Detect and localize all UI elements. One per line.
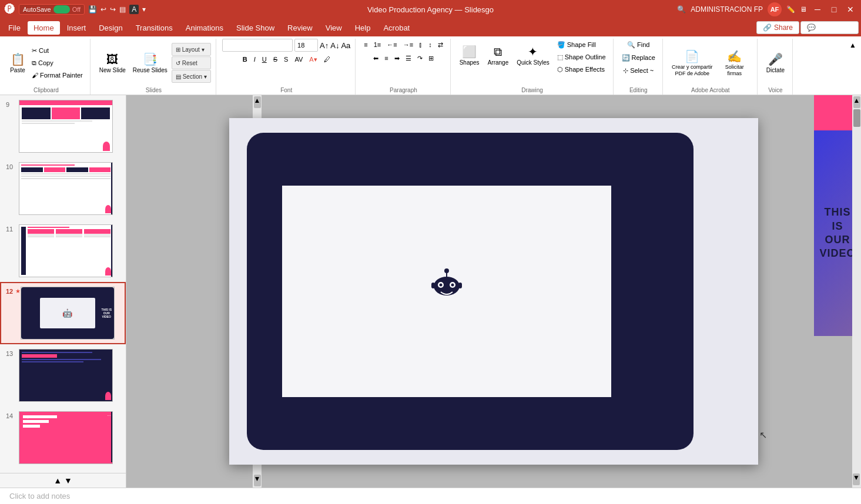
- slide-thumb-12[interactable]: 12 ★ 🤖 THIS ISOURVIDEO: [0, 282, 126, 344]
- font-color-button[interactable]: A▾: [307, 53, 319, 65]
- reset-button[interactable]: ↺ Reset: [172, 56, 211, 69]
- autosave-badge[interactable]: AutoSave Off: [19, 4, 85, 15]
- format-painter-button[interactable]: 🖌 Format Painter: [29, 69, 85, 81]
- menu-slideshow[interactable]: Slide Show: [230, 21, 280, 35]
- save-icon[interactable]: 💾: [88, 5, 97, 14]
- menu-file[interactable]: File: [2, 21, 26, 35]
- align-right-button[interactable]: ➡: [392, 52, 402, 64]
- menu-acrobat[interactable]: Acrobat: [377, 21, 416, 35]
- right-scroll-thumb[interactable]: [853, 109, 860, 127]
- scroll-down-button[interactable]: ▼: [254, 475, 261, 486]
- select-button[interactable]: ⊹ Select ~: [621, 65, 656, 76]
- menu-animations[interactable]: Animations: [180, 21, 229, 35]
- shadow-button[interactable]: S: [282, 53, 290, 65]
- text-direction-button[interactable]: ↷: [415, 52, 425, 64]
- font-size-input[interactable]: [294, 39, 318, 52]
- increase-font-icon[interactable]: A↑: [320, 41, 329, 50]
- undo-icon[interactable]: ↩: [100, 5, 106, 14]
- menu-design[interactable]: Design: [93, 21, 128, 35]
- menu-view[interactable]: View: [320, 21, 348, 35]
- ribbon-content: 📋 Paste ✂ Cut ⧉ Copy 🖌 Format Painter: [0, 36, 861, 95]
- align-center-button[interactable]: ≡: [382, 52, 390, 64]
- cut-button[interactable]: ✂ Cut: [29, 45, 85, 56]
- highlighter-icon[interactable]: ✏️: [786, 5, 795, 14]
- slide-img-9: [19, 100, 113, 153]
- clipboard-label: Clipboard: [33, 87, 59, 95]
- redo-icon[interactable]: ↪: [110, 5, 116, 14]
- scroll-down-thumb-button[interactable]: ▼: [64, 476, 72, 485]
- decrease-font-icon[interactable]: A↓: [330, 41, 339, 50]
- menu-help[interactable]: Help: [349, 21, 377, 35]
- scroll-up-thumb-button[interactable]: ▲: [53, 476, 62, 485]
- right-scroll-down[interactable]: ▼: [853, 473, 860, 485]
- slide-thumb-13[interactable]: 13: [0, 344, 126, 406]
- layout-button[interactable]: ⊞ Layout ▾: [172, 43, 211, 56]
- decrease-indent-button[interactable]: ←≡: [384, 39, 399, 51]
- present-icon[interactable]: ▤: [119, 5, 126, 14]
- comments-button[interactable]: 💬 Comments: [800, 21, 859, 34]
- minimize-btn[interactable]: ─: [812, 4, 823, 15]
- copy-button[interactable]: ⧉ Copy: [29, 57, 85, 69]
- shape-outline-icon: ⬚: [557, 53, 563, 61]
- new-slide-button[interactable]: 🖼 New Slide: [96, 46, 129, 79]
- columns-button[interactable]: ⫿: [417, 39, 425, 51]
- clear-format-icon[interactable]: Aa: [341, 41, 350, 50]
- section-button[interactable]: ▤ Section ▾: [172, 70, 211, 83]
- shapes-button[interactable]: ⬜ Shapes: [457, 39, 483, 72]
- maximize-btn[interactable]: □: [828, 4, 840, 15]
- slide-thumb-14[interactable]: 14 50,000 ···: [0, 406, 126, 469]
- share-button[interactable]: 🔗 Share: [756, 21, 799, 34]
- italic-button[interactable]: I: [252, 53, 258, 65]
- drawing-buttons: ⬜ Shapes ⧉ Arrange ✦ Quick Styles 🪣: [457, 39, 608, 87]
- aa-icon[interactable]: A: [129, 5, 139, 14]
- bullets-button[interactable]: ≡: [361, 39, 370, 51]
- spacing-button[interactable]: AV: [292, 53, 305, 65]
- font-name-input[interactable]: [222, 39, 293, 52]
- create-pdf-button[interactable]: 📄 Crear y compartir PDF de Adobe: [669, 46, 716, 79]
- paste-button[interactable]: 📋 Paste: [7, 46, 28, 79]
- autosave-toggle[interactable]: [53, 5, 70, 14]
- bold-button[interactable]: B: [240, 53, 250, 65]
- find-button[interactable]: 🔍 Find: [625, 39, 652, 51]
- slide-thumb-9[interactable]: 9: [0, 95, 126, 157]
- align-left-button[interactable]: ⬅: [371, 52, 381, 64]
- menu-home[interactable]: Home: [28, 21, 60, 35]
- right-scroll-up[interactable]: ▲: [853, 96, 860, 108]
- notes-area[interactable]: Click to add notes: [0, 488, 861, 504]
- replace-button[interactable]: 🔄 Replace: [619, 52, 658, 63]
- slides-group: 🖼 New Slide 📑 Reuse Slides ⊞ Layout ▾ ↺: [92, 39, 216, 95]
- shape-outline-button[interactable]: ⬚ Shape Outline: [555, 51, 608, 63]
- search-icon[interactable]: 🔍: [677, 5, 686, 14]
- scroll-up-button[interactable]: ▲: [254, 96, 261, 108]
- highlight-button[interactable]: 🖊: [321, 53, 333, 65]
- shape-effects-button[interactable]: ⬡ Shape Effects: [555, 63, 608, 75]
- dictate-button[interactable]: 🎤 Dictate: [763, 46, 788, 79]
- right-scrollbar[interactable]: ▲ ▼: [852, 95, 861, 488]
- menu-review[interactable]: Review: [282, 21, 319, 35]
- line-spacing-button[interactable]: ↕: [426, 39, 434, 51]
- increase-indent-button[interactable]: →≡: [401, 39, 416, 51]
- dropdown-icon[interactable]: ▾: [142, 5, 146, 14]
- arrange-button[interactable]: ⧉ Arrange: [485, 39, 512, 72]
- convert-button[interactable]: ⇄: [435, 39, 445, 51]
- reuse-slides-button[interactable]: 📑 Reuse Slides: [130, 46, 170, 79]
- justify-button[interactable]: ☰: [403, 52, 414, 64]
- voice-label: Voice: [768, 87, 782, 95]
- close-btn[interactable]: ✕: [845, 4, 856, 15]
- reset-label: Reset: [182, 60, 197, 66]
- numbered-button[interactable]: 1≡: [371, 39, 384, 51]
- menu-insert[interactable]: Insert: [61, 21, 92, 35]
- menu-transitions[interactable]: Transitions: [130, 21, 179, 35]
- collapse-ribbon-button[interactable]: ▲: [847, 39, 859, 52]
- comments-icon: 💬: [807, 23, 816, 32]
- slide-thumb-10[interactable]: 10: [0, 157, 126, 220]
- underline-button[interactable]: U: [260, 53, 269, 65]
- smartart-button[interactable]: ⊞: [426, 52, 436, 64]
- slide-thumb-11[interactable]: 11: [0, 220, 126, 282]
- shape-fill-button[interactable]: 🪣 Shape Fill: [555, 39, 608, 51]
- request-button[interactable]: ✍ Solicitar firmas: [717, 46, 752, 79]
- quick-styles-button[interactable]: ✦ Quick Styles: [514, 39, 552, 72]
- monitor-icon[interactable]: 🖥: [800, 5, 807, 14]
- drawing-top-row: ⬜ Shapes ⧉ Arrange ✦ Quick Styles 🪣: [457, 39, 608, 75]
- strikethrough-button[interactable]: S: [271, 53, 280, 65]
